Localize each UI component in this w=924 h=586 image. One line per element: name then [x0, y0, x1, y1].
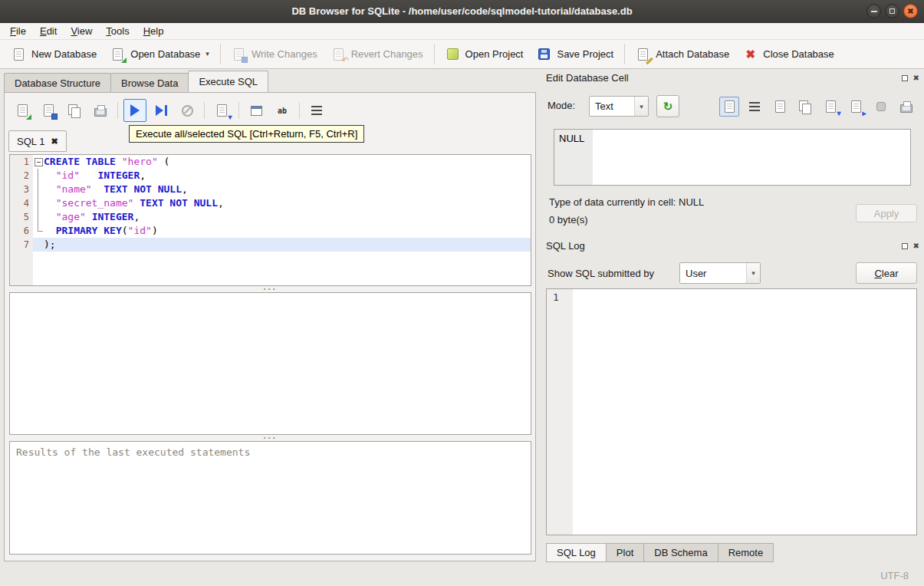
clear-log-button[interactable]: Clear — [856, 262, 917, 284]
refresh-cell-button[interactable]: ↻ — [656, 95, 679, 117]
float-dock-icon[interactable] — [902, 243, 908, 249]
open-sql-file-button[interactable] — [11, 99, 34, 122]
copy-cell-button[interactable] — [795, 97, 815, 117]
code-line[interactable]: 4 "secret_name" TEXT NOT NULL, — [10, 196, 531, 210]
close-dock-icon[interactable]: ✖ — [913, 74, 919, 82]
dock-tab-sql-log[interactable]: SQL Log — [546, 543, 607, 562]
save-project-button[interactable]: Save Project — [530, 43, 620, 65]
close-window-button[interactable]: ✖ — [903, 4, 918, 18]
execute-all-button[interactable] — [123, 99, 146, 122]
tab-browse-data[interactable]: Browse Data — [110, 73, 189, 93]
sql1-tab-label: SQL 1 — [17, 136, 44, 147]
close-icon: ✖ — [907, 8, 913, 15]
dock-tab-remote[interactable]: Remote — [718, 543, 774, 562]
word-wrap-cell-button[interactable] — [745, 97, 765, 117]
sql1-tab[interactable]: SQL 1 ✖ — [8, 130, 67, 152]
toolbar-separator — [299, 102, 300, 119]
log-filter-select[interactable]: User ▾ — [679, 262, 761, 284]
word-wrap-icon — [748, 100, 762, 114]
open-project-button[interactable]: Open Project — [439, 43, 531, 65]
menu-tools[interactable]: Tools — [99, 24, 136, 38]
execute-line-button[interactable] — [150, 99, 173, 122]
menubar: File Edit View Tools Help — [0, 23, 924, 40]
code-line[interactable]: 5 "age" INTEGER, — [10, 210, 531, 224]
word-wrap-icon — [310, 104, 324, 118]
results-grid[interactable] — [9, 292, 531, 435]
save-project-icon — [537, 47, 551, 61]
stop-execution-button[interactable] — [176, 99, 199, 122]
float-dock-icon[interactable] — [902, 75, 908, 81]
minimize-button[interactable] — [866, 4, 881, 18]
log-filter-label: Show SQL submitted by — [547, 268, 654, 279]
chevron-down-icon: ▾ — [746, 263, 760, 283]
menu-help[interactable]: Help — [136, 24, 171, 38]
dock-tab-bar: SQL Log Plot DB Schema Remote — [546, 543, 774, 562]
open-database-button[interactable]: Open Database ▾ — [104, 43, 216, 65]
tooltip: Execute all/selected SQL [Ctrl+Return, F… — [129, 125, 364, 143]
text-mode-button[interactable] — [719, 97, 739, 117]
log-filter-value: User — [686, 268, 706, 279]
code-line[interactable]: 3 "name" TEXT NOT NULL, — [10, 183, 531, 196]
sql-editor-lines: 1CREATE TABLE "hero" (2 "id" INTEGER,3 "… — [10, 155, 531, 252]
execute-all-icon — [128, 104, 143, 118]
new-database-button[interactable]: New Database — [5, 43, 104, 65]
sql-toolbar: ▾ ab — [11, 97, 328, 123]
dock-tab-db-schema[interactable]: DB Schema — [643, 543, 718, 562]
open-database-label: Open Database — [130, 48, 200, 60]
encoding-status: UTF-8 — [880, 570, 909, 581]
code-line[interactable]: 7); — [10, 238, 531, 252]
log-line-number: 1 — [553, 291, 559, 303]
tab-database-structure[interactable]: Database Structure — [4, 73, 111, 93]
write-changes-label: Write Changes — [252, 48, 317, 60]
export-cell-button[interactable]: ▸ — [846, 97, 866, 117]
splitter-handle[interactable]: ··· — [9, 286, 531, 292]
splitter-handle[interactable]: ··· — [9, 435, 531, 441]
menu-file[interactable]: File — [3, 24, 33, 38]
results-message-pane[interactable]: Results of the last executed statements — [9, 441, 531, 555]
revert-changes-label: Revert Changes — [351, 48, 423, 60]
maximize-button[interactable] — [885, 4, 899, 18]
save-results-icon: ▾ — [215, 104, 229, 118]
set-null-button[interactable] — [871, 97, 891, 117]
menu-edit[interactable]: Edit — [33, 24, 64, 38]
attach-database-button[interactable]: Attach Database — [629, 43, 736, 65]
find-replace-button[interactable]: ab — [271, 99, 294, 122]
word-wrap-button[interactable] — [305, 99, 328, 122]
new-database-label: New Database — [31, 48, 97, 60]
save-results-button[interactable]: ▾ — [210, 99, 233, 122]
mode-select[interactable]: Text ▾ — [589, 96, 649, 117]
save-sql-file-button[interactable] — [37, 99, 60, 122]
sql1-tab-close-icon[interactable]: ✖ — [51, 137, 58, 146]
open-database-dropdown-icon[interactable]: ▾ — [206, 51, 209, 58]
tab-execute-sql[interactable]: Execute SQL — [188, 71, 268, 93]
save-project-label: Save Project — [557, 48, 613, 60]
save-sql-as-button[interactable] — [63, 99, 86, 122]
open-query-button[interactable] — [245, 99, 268, 122]
mode-label: Mode: — [547, 100, 575, 111]
code-line[interactable]: 1CREATE TABLE "hero" ( — [10, 155, 531, 169]
attach-database-label: Attach Database — [656, 48, 729, 60]
sql-editor[interactable]: 1CREATE TABLE "hero" (2 "id" INTEGER,3 "… — [9, 154, 531, 286]
code-line[interactable]: 6 PRIMARY KEY("id") — [10, 224, 531, 238]
window-title: DB Browser for SQLite - /home/user/code/… — [291, 5, 632, 17]
print-cell-button[interactable] — [896, 97, 916, 117]
apply-button[interactable]: Apply — [856, 204, 917, 222]
print-sql-button[interactable] — [89, 99, 112, 122]
import-cell-button[interactable]: ▾ — [820, 97, 840, 117]
open-database-icon — [110, 47, 125, 61]
toolbar-separator — [434, 44, 435, 64]
right-panel: Edit Database Cell ✖ Mode: Text ▾ ↻ ▾ ▸ — [540, 69, 924, 568]
write-changes-button[interactable]: Write Changes — [225, 43, 324, 65]
close-dock-icon[interactable]: ✖ — [913, 242, 919, 250]
close-database-button[interactable]: ✖ Close Database — [736, 43, 841, 65]
open-cell-file-button[interactable] — [770, 97, 790, 117]
revert-changes-button[interactable]: ↶ Revert Changes — [324, 43, 430, 65]
sql-log-view[interactable]: 1 — [546, 288, 917, 535]
menu-view[interactable]: View — [64, 24, 99, 38]
clear-label: Clear — [874, 268, 898, 279]
cell-editor[interactable]: NULL — [554, 129, 911, 186]
toolbar-separator — [204, 102, 205, 119]
code-line[interactable]: 2 "id" INTEGER, — [10, 169, 531, 183]
dock-tab-plot[interactable]: Plot — [606, 543, 644, 562]
main-toolbar: New Database Open Database ▾ Write Chang… — [0, 40, 924, 69]
